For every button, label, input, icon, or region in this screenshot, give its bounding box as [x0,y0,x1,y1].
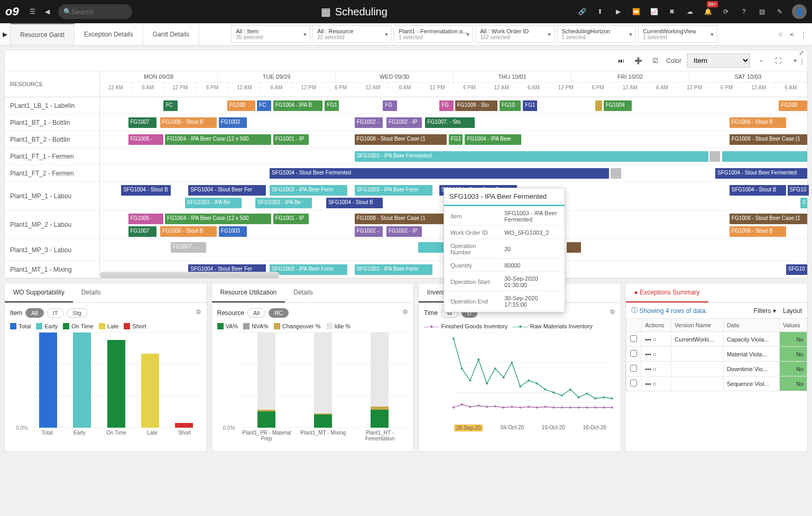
gantt-bar[interactable]: FG1008 - Stout Beer Case (1 [355,214,447,224]
gantt-bar[interactable]: FG100 [779,100,807,111]
row-actions-icon[interactable]: ••• ○ [645,366,656,372]
filter-pill-3[interactable]: All : Work Order ID152 selected▾ [475,25,555,43]
chart-icon[interactable]: 📈 [648,4,660,19]
book-icon[interactable]: ▤ [756,4,768,19]
gantt-bar[interactable]: FG10 [500,100,521,111]
gantt-bar[interactable]: FG1008 - Sto [455,100,497,111]
filter-pill-2[interactable]: Plant1 - Fermenatation a...1 selected▾ [394,25,473,43]
gantt-bar[interactable] [567,242,581,253]
color-select[interactable]: Item [687,53,750,68]
avatar[interactable]: 👤 [792,4,807,19]
gantt-bar[interactable]: FC [163,100,178,111]
more-vert-icon[interactable]: ⋮ [799,58,805,65]
gantt-bar[interactable]: FG1006 - Stout B [730,226,786,237]
zoom-out-icon[interactable]: − [755,55,767,67]
tab-exception-details[interactable]: Exception Details [75,23,143,45]
gantt-bar[interactable]: SFG1003 - IPA Be [255,198,312,208]
gear-icon[interactable]: ⚙ [196,308,201,316]
upload-icon[interactable]: ⬆ [594,4,606,19]
gantt-bar[interactable]: SFG1004 - Stout Beer Fermented [270,168,609,179]
filter-pill-1[interactable]: All : Resource22 selected▾ [312,25,392,43]
close-icon[interactable]: ✖ [666,4,678,19]
gantt-bar[interactable]: FG1004 - IPA Beer Case (12 x 500 [165,214,271,224]
gantt-bar[interactable]: FG100 [227,100,256,111]
layout-button[interactable]: Layout [783,307,802,315]
gantt-bar[interactable]: SFG1004 - Stout Beer Fer [188,185,266,196]
gantt-bar[interactable]: SFG1004 - Stout B [730,185,786,196]
expand-fullscreen-icon[interactable]: ⤢ [799,49,805,57]
gantt-bar[interactable]: FG1005 - [128,214,164,224]
gantt-bar[interactable]: FG1002 - [355,226,383,237]
gantt-bar[interactable]: FG1005 - [128,134,164,145]
filter-pill-4[interactable]: SchedulingHorizon1 selected▾ [557,25,636,43]
gantt-bar[interactable]: FG1008 - Stout Beer Case (1 [730,134,807,145]
gantt-bar[interactable]: FG1001 - IP [273,214,309,224]
gantt-bar[interactable]: FG1002 - IP [386,117,422,128]
tab-resource-utilization[interactable]: Resource Utilization [212,283,285,302]
gantt-bar[interactable]: FG1007 [128,226,157,237]
gantt-bar[interactable]: SFG1003 - IPA Beer Ferm [355,264,432,275]
gantt-bar[interactable]: FG1002 - IP [386,226,422,237]
pill-it[interactable]: IT [47,308,64,318]
gantt-bar[interactable]: SFG1004 - Stout B [121,185,171,196]
bell-icon[interactable]: 🔔99+ [702,4,714,19]
gantt-bar[interactable]: FG1006 - Stout B [160,117,217,128]
gantt-bar[interactable] [709,151,720,162]
gantt-bar[interactable]: FG1007 [128,117,157,128]
tab-resource-gantt[interactable]: Resource Gantt [11,23,75,45]
gantt-bar[interactable]: FG1001 - IP [273,134,309,145]
edit-icon[interactable]: ✎ [774,4,786,19]
gantt-bar[interactable]: FG [383,100,397,111]
link-icon[interactable]: 🔗 [576,4,588,19]
cloud-icon[interactable]: ☁ [684,4,696,19]
more-icon[interactable]: ⋮ [800,31,807,38]
gear-icon[interactable]: ⚙ [610,308,615,316]
star-icon[interactable]: ☆ [778,31,783,38]
exc-row-checkbox[interactable] [630,350,637,357]
gantt-bar[interactable] [722,151,807,162]
gantt-bar[interactable]: FG1007. - [171,242,206,253]
gantt-bar[interactable]: FG1007. - Sto [425,117,475,128]
fit-icon[interactable]: ⛶ [772,55,784,67]
row-actions-icon[interactable]: ••• ○ [645,351,656,357]
gear-icon[interactable]: ⚙ [402,308,408,316]
gantt-bar[interactable]: S [800,198,807,208]
gantt-bar[interactable]: FG1008 - Stout Beer Case (1 [730,214,807,224]
gantt-bar[interactable]: FG1003 [219,226,247,237]
play-icon[interactable]: ▶ [612,4,624,19]
filter-pill-5[interactable]: CurrentWorkingView1 selected▾ [638,25,717,43]
row-actions-icon[interactable]: ••• ○ [645,381,656,387]
pill-ru-all[interactable]: All [247,308,265,318]
gantt-bar[interactable]: FG1 [523,100,537,111]
gantt-bar[interactable]: FG1003 [219,117,247,128]
gantt-bar[interactable]: FG1002 - [355,117,383,128]
pill-ru-rc[interactable]: RC [269,308,289,318]
help-icon[interactable]: ? [738,4,750,19]
gantt-bar[interactable]: FG [439,100,454,111]
gantt-bar[interactable]: SFG1003 - IPA Beer Ferm [355,185,432,196]
gantt-bar[interactable]: SFG1003 - IPA Beer Ferm [270,264,347,275]
gantt-bar[interactable] [595,100,602,111]
skip-icon[interactable]: ⏭ [615,55,627,67]
fast-forward-icon[interactable]: ⏩ [630,4,642,19]
pill-all[interactable]: All [25,308,43,318]
gantt-bar[interactable]: SFG1003 - IPA Beer Ferm [270,185,347,196]
search-input-wrap[interactable]: 🔍 [58,4,132,19]
exc-row-checkbox[interactable] [630,365,637,372]
gantt-bar[interactable]: FG1006 - Stout B [730,117,786,128]
tab-gantt-details[interactable]: Gantt Details [143,23,199,45]
gantt-bar[interactable]: FG1 [325,100,339,111]
gantt-bar[interactable]: SFG1004 - Stout Beer Fermented [715,168,807,179]
refresh-icon[interactable]: ⟳ [720,4,732,19]
gantt-bar[interactable]: FG1004 - IPA Beer [465,134,521,145]
add-icon[interactable]: ➕ [632,55,644,67]
gantt-bar[interactable]: FG1 [449,134,463,145]
exc-row-checkbox[interactable] [630,380,637,386]
gantt-bar[interactable]: SFG10 [788,185,809,196]
gantt-bar[interactable]: FG1008 - Stout Beer Case (1 [355,134,447,145]
share-icon[interactable]: ⪪ [789,31,795,38]
expand-handle[interactable]: ▶ [0,23,11,45]
search-input[interactable] [71,8,124,16]
horizontal-scrollbar[interactable] [100,272,280,278]
gantt-bar[interactable]: SFG10 [786,264,807,275]
